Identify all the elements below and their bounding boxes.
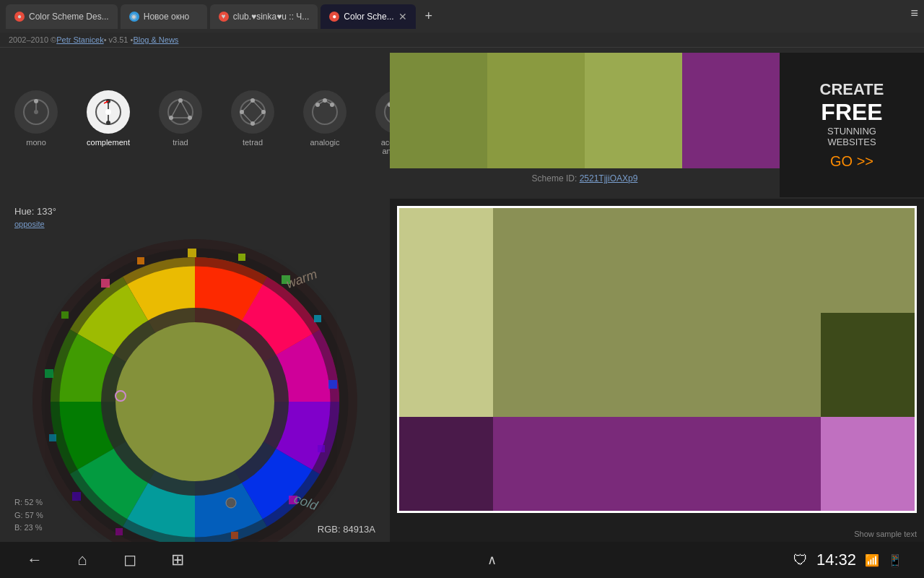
analogic-label: analogic xyxy=(310,138,340,147)
svg-point-56 xyxy=(226,498,236,508)
svg-rect-43 xyxy=(328,380,337,389)
show-sample-text-link[interactable]: Show sample text xyxy=(854,530,917,538)
swatch-2[interactable] xyxy=(487,53,585,168)
scheme-type-analogic[interactable]: analogic xyxy=(303,90,346,147)
svg-rect-38 xyxy=(137,257,144,264)
scheme-type-triad[interactable]: triad xyxy=(159,90,202,147)
color-block-1[interactable] xyxy=(399,208,493,417)
color-grid xyxy=(397,206,917,513)
mono-icon xyxy=(14,90,58,134)
swatch-4[interactable] xyxy=(682,53,780,168)
ad-websites: WEBSITES xyxy=(827,137,876,147)
scheme-types-row: mono complement xyxy=(14,90,419,155)
tab-4-favicon: ● xyxy=(329,12,339,22)
triad-label: triad xyxy=(173,138,188,147)
color-block-3-bottom[interactable] xyxy=(821,313,915,418)
b-value: B: 23 % xyxy=(14,522,43,535)
svg-point-13 xyxy=(188,116,192,120)
up-button[interactable]: ∧ xyxy=(479,547,505,573)
author-link[interactable]: Petr Stanicek xyxy=(56,35,103,44)
tab-1-favicon: ● xyxy=(14,12,25,22)
tab-3-favicon: ♥ xyxy=(219,12,229,22)
copyright-text: 2002–2010 © xyxy=(9,35,56,44)
tab-2-favicon: ◉ xyxy=(129,12,139,22)
svg-rect-50 xyxy=(49,434,56,441)
tab-2[interactable]: ◉ Новое окно xyxy=(121,4,207,29)
svg-marker-11 xyxy=(171,100,190,118)
new-tab-button[interactable]: + xyxy=(419,7,439,27)
swatch-1[interactable] xyxy=(390,53,487,168)
mono-label: mono xyxy=(26,138,46,147)
tetrad-label: tetrad xyxy=(243,138,263,147)
browser-menu-button[interactable]: ≡ xyxy=(910,6,918,21)
wheel-panel: Hue: 133° opposite xyxy=(0,199,390,542)
tab-1[interactable]: ● Color Scheme Des... xyxy=(6,4,118,29)
svg-rect-44 xyxy=(318,445,325,452)
svg-rect-48 xyxy=(116,528,123,535)
scheme-id-value[interactable]: 2521TjjiOAXp9 xyxy=(580,173,638,184)
tab-4[interactable]: ● Color Sche... ✕ xyxy=(321,4,415,29)
bottom-nav: ← ⌂ ◻ ⊞ ∧ 🛡 14:32 📶 📱 xyxy=(0,542,924,578)
svg-rect-52 xyxy=(61,311,69,319)
svg-point-14 xyxy=(169,116,173,120)
g-value: G: 57 % xyxy=(14,509,43,522)
svg-rect-37 xyxy=(101,279,110,288)
scheme-type-complement[interactable]: complement xyxy=(87,90,130,147)
overview-button[interactable]: ◻ xyxy=(117,547,143,573)
signal-icon: 📱 xyxy=(888,553,902,567)
svg-point-54 xyxy=(116,322,274,481)
svg-point-25 xyxy=(330,103,334,107)
svg-point-8 xyxy=(105,109,111,115)
ad-go[interactable]: GO >> xyxy=(830,153,873,170)
blog-news-link[interactable]: Blog & News xyxy=(133,35,178,44)
back-button[interactable]: ← xyxy=(22,547,48,573)
triad-icon xyxy=(159,90,202,134)
scheme-type-mono[interactable]: mono xyxy=(14,90,58,147)
svg-point-10 xyxy=(168,100,193,124)
tab-1-label: Color Scheme Des... xyxy=(29,12,109,22)
top-bar: 2002–2010 © Petr Stanicek • v3.51 • Blog… xyxy=(0,33,924,48)
color-block-4[interactable] xyxy=(399,417,493,511)
ad-free: FREE xyxy=(821,99,882,126)
ad-banner[interactable]: CREATE FREE STUNNING WEBSITES GO >> xyxy=(780,53,924,197)
svg-point-3 xyxy=(34,99,38,103)
color-block-3-top[interactable] xyxy=(821,208,915,313)
svg-point-19 xyxy=(250,121,255,126)
scheme-id-label: Scheme ID: xyxy=(532,173,578,184)
tab-3-label: club.♥sinka♥u :: Ч... xyxy=(233,12,310,22)
ad-stunning: STUNNING xyxy=(827,126,876,137)
tab-3[interactable]: ♥ club.♥sinka♥u :: Ч... xyxy=(210,4,318,29)
tab-4-label: Color Sche... xyxy=(344,12,393,22)
scheme-id-row: Scheme ID: 2521TjjiOAXp9 xyxy=(390,173,780,184)
hue-label: Hue: 133° xyxy=(14,206,375,217)
swatch-3[interactable] xyxy=(585,53,682,168)
svg-rect-40 xyxy=(238,254,245,261)
svg-point-12 xyxy=(178,98,183,103)
page-content: 2002–2010 © Petr Stanicek • v3.51 • Blog… xyxy=(0,33,924,542)
svg-point-2 xyxy=(34,110,38,114)
wheel-container: warm cold xyxy=(29,236,361,542)
ad-create: CREATE xyxy=(820,80,884,99)
shield-icon: 🛡 xyxy=(793,552,808,569)
rgb-hex: RGB: 84913A xyxy=(318,524,375,535)
color-block-6[interactable] xyxy=(821,417,915,511)
svg-point-18 xyxy=(261,110,266,114)
color-block-5[interactable] xyxy=(493,417,821,511)
bottom-center: ∧ xyxy=(479,547,505,573)
tetrad-icon xyxy=(231,90,274,134)
svg-rect-46 xyxy=(231,532,238,539)
home-button[interactable]: ⌂ xyxy=(69,547,95,573)
r-value: R: 52 % xyxy=(14,496,43,509)
tab-4-close[interactable]: ✕ xyxy=(398,11,407,22)
bottom-right: 🛡 14:32 📶 📱 xyxy=(793,551,902,569)
scheme-type-tetrad[interactable]: tetrad xyxy=(231,90,274,147)
blocks-panel: Show sample text xyxy=(390,199,924,542)
opposite-link[interactable]: opposite xyxy=(14,220,375,228)
color-block-2[interactable] xyxy=(493,208,821,417)
svg-rect-39 xyxy=(188,249,196,257)
top-swatches xyxy=(390,53,780,168)
tab-2-label: Новое окно xyxy=(144,12,190,22)
svg-point-7 xyxy=(106,121,110,125)
qr-button[interactable]: ⊞ xyxy=(165,547,191,573)
svg-point-26 xyxy=(315,103,320,107)
